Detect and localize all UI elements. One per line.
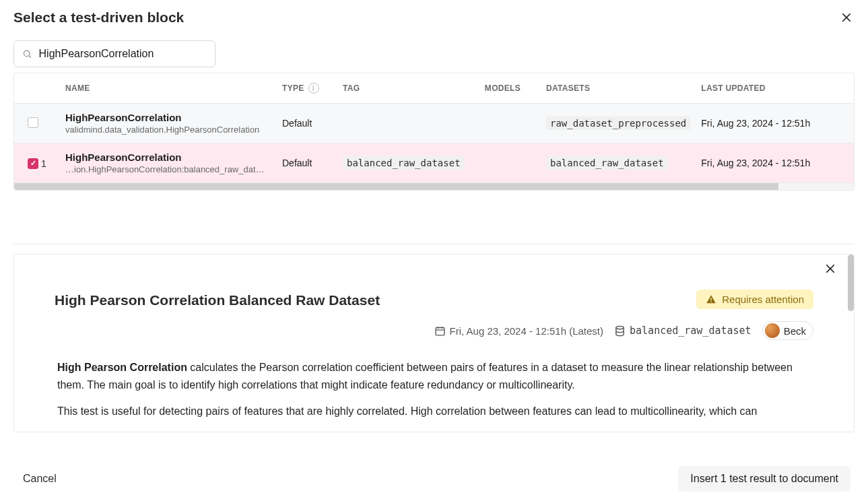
col-name[interactable]: NAME <box>55 73 277 104</box>
row-sub: …ion.HighPearsonCorrelation:balanced_raw… <box>65 164 267 174</box>
tag-badge: balanced_raw_dataset <box>343 156 465 170</box>
col-models[interactable]: MODELS <box>472 73 526 104</box>
insert-button[interactable]: Insert 1 test result to document <box>678 466 850 492</box>
dataset-meta: balanced_raw_dataset <box>614 325 752 337</box>
search-input[interactable] <box>39 48 207 60</box>
modal-footer: Cancel Insert 1 test result to document <box>0 457 868 501</box>
col-type-label: TYPE <box>282 84 304 93</box>
results-table-wrap: NAME TYPE i TAG MODELS DATASETS LAST UPD… <box>0 73 868 191</box>
svg-point-2 <box>24 51 29 56</box>
row-type: Default <box>277 143 337 183</box>
dataset-badge: balanced_raw_dataset <box>546 156 668 170</box>
search-icon <box>22 48 32 59</box>
warning-icon <box>706 294 716 305</box>
modal-header: Select a test-driven block <box>0 0 868 31</box>
database-icon <box>614 325 626 337</box>
detail-paragraph-1: High Pearson Correlation calculates the … <box>57 359 813 393</box>
timestamp-label: Fri, Aug 23, 2024 - 12:51h (Latest) <box>450 325 603 337</box>
detail-header: High Pearson Correlation Balanced Raw Da… <box>14 255 854 340</box>
row-checkbox[interactable] <box>28 117 38 128</box>
col-lastupdated[interactable]: LAST UPDATED <box>696 73 854 104</box>
detail-body: High Pearson Correlation calculates the … <box>14 340 854 420</box>
row-models <box>472 143 526 183</box>
detail-strong: High Pearson Correlation <box>57 362 187 373</box>
row-tag: balanced_raw_dataset <box>337 143 472 183</box>
row-tag <box>337 104 472 143</box>
svg-rect-8 <box>436 327 444 335</box>
results-table: NAME TYPE i TAG MODELS DATASETS LAST UPD… <box>14 73 854 183</box>
scrollbar-thumb[interactable] <box>14 183 778 190</box>
search-container <box>0 31 868 73</box>
row-name: HighPearsonCorrelation <box>65 152 271 163</box>
svg-point-12 <box>616 326 624 329</box>
info-icon[interactable]: i <box>308 83 319 94</box>
row-number: 1 <box>41 158 46 169</box>
close-icon[interactable] <box>838 9 855 26</box>
timestamp: Fri, Aug 23, 2024 - 12:51h (Latest) <box>434 325 603 337</box>
search-input-wrap[interactable] <box>13 40 215 67</box>
row-type: Default <box>277 104 337 143</box>
detail-title: High Pearson Correlation Balanced Raw Da… <box>55 292 380 308</box>
table-row[interactable]: 1 HighPearsonCorrelation …ion.HighPearso… <box>14 143 854 183</box>
dataset-meta-label: balanced_raw_dataset <box>630 325 752 337</box>
status-badge: Requires attention <box>696 290 813 309</box>
col-type[interactable]: TYPE i <box>277 73 337 104</box>
row-lastupdated: Fri, Aug 23, 2024 - 12:51h <box>696 104 854 143</box>
row-checkbox[interactable] <box>28 158 38 169</box>
svg-line-3 <box>29 56 31 58</box>
detail-panel: High Pearson Correlation Balanced Raw Da… <box>13 254 855 432</box>
calendar-icon <box>434 325 446 337</box>
horizontal-scrollbar[interactable] <box>14 183 854 190</box>
avatar <box>765 323 780 338</box>
row-name: HighPearsonCorrelation <box>65 112 271 123</box>
status-badge-label: Requires attention <box>722 294 804 305</box>
col-checkbox <box>14 73 55 104</box>
modal-select-block: Select a test-driven block NAME TYPE i <box>0 0 868 501</box>
row-models <box>472 104 526 143</box>
svg-rect-6 <box>711 298 712 300</box>
cancel-button[interactable]: Cancel <box>23 473 57 485</box>
user-name: Beck <box>784 325 806 337</box>
detail-paragraph-2: This test is useful for detecting pairs … <box>57 403 813 420</box>
table-row[interactable]: HighPearsonCorrelation validmind.data_va… <box>14 104 854 143</box>
row-sub: validmind.data_validation.HighPearsonCor… <box>65 125 267 135</box>
row-dataset: balanced_raw_dataset <box>526 143 696 183</box>
row-lastupdated: Fri, Aug 23, 2024 - 12:51h <box>696 143 854 183</box>
detail-meta: Fri, Aug 23, 2024 - 12:51h (Latest) bala… <box>55 309 827 340</box>
user-chip[interactable]: Beck <box>762 321 813 340</box>
col-tag[interactable]: TAG <box>337 73 472 104</box>
row-dataset: raw_dataset_preprocessed <box>526 104 696 143</box>
col-datasets[interactable]: DATASETS <box>526 73 696 104</box>
svg-rect-7 <box>711 301 712 302</box>
spacer <box>13 191 855 244</box>
dataset-badge: raw_dataset_preprocessed <box>546 116 690 130</box>
modal-title: Select a test-driven block <box>13 9 184 26</box>
